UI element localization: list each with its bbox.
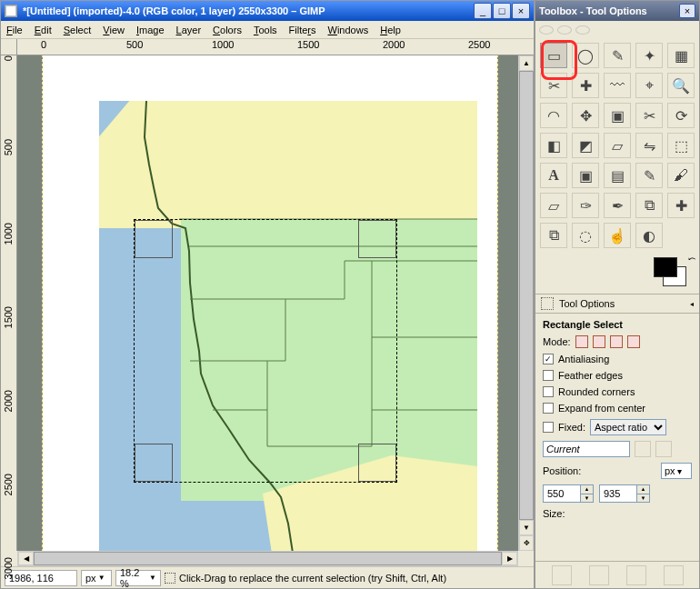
unit-dropdown[interactable]: px▼: [81, 570, 112, 586]
scroll-up-icon[interactable]: ▲: [519, 55, 534, 71]
menu-edit[interactable]: Edit: [35, 25, 52, 35]
blur-tool[interactable]: ◌: [572, 223, 599, 248]
cursor-position: 1986, 116: [5, 570, 77, 586]
zoom-dropdown[interactable]: 18.2 %▼: [115, 570, 161, 586]
scroll-down-icon[interactable]: ▼: [519, 520, 534, 535]
text-tool[interactable]: A: [540, 163, 567, 188]
rotate-tool[interactable]: ⟳: [667, 103, 695, 128]
close-button[interactable]: ×: [512, 3, 530, 19]
tab-menu-icon[interactable]: ◂: [690, 300, 694, 308]
restore-options-button[interactable]: [589, 565, 609, 585]
rect-select-tool[interactable]: ▭: [540, 43, 567, 68]
perspective-tool[interactable]: ▱: [604, 133, 631, 158]
swap-colors-icon[interactable]: ⤺: [688, 254, 695, 264]
image-canvas[interactable]: [43, 55, 497, 551]
ellipse-select-tool[interactable]: ◯: [572, 43, 599, 68]
menu-filters[interactable]: Filters: [289, 25, 316, 35]
foreground-color-swatch[interactable]: [654, 257, 677, 277]
color-picker-tool[interactable]: ⌖: [635, 73, 663, 98]
selection-handle-tr[interactable]: [358, 220, 396, 258]
menu-windows[interactable]: Windows: [328, 25, 369, 35]
mode-intersect-button[interactable]: [627, 335, 640, 348]
fixed-checkbox[interactable]: [543, 422, 554, 433]
clone-tool[interactable]: ⧉: [635, 193, 663, 218]
antialias-checkbox[interactable]: [543, 354, 554, 364]
zoom-tool[interactable]: 🔍: [667, 73, 695, 98]
toolbox-titlebar[interactable]: Toolbox - Tool Options ×: [535, 1, 699, 21]
nav-icon[interactable]: ✥: [519, 535, 534, 551]
horizontal-ruler[interactable]: 0 500 1000 1500 2000 2500: [1, 39, 534, 55]
pencil-tool[interactable]: ✎: [635, 163, 663, 188]
minimize-button[interactable]: _: [474, 3, 492, 19]
selection-handle-br[interactable]: [358, 444, 396, 482]
window-titlebar[interactable]: *[Untitled] (imported)-4.0 (RGB color, 1…: [1, 1, 534, 21]
shear-tool[interactable]: ◩: [572, 133, 599, 158]
menu-view[interactable]: View: [103, 25, 125, 35]
cage-tool[interactable]: ⬚: [667, 133, 695, 158]
fuzzy-select-tool[interactable]: ✦: [635, 43, 663, 68]
menu-colors[interactable]: Colors: [213, 25, 242, 35]
position-x-input[interactable]: 550▲▼: [543, 484, 594, 503]
measure-tool[interactable]: ◠: [540, 103, 567, 128]
gimp-main-window: *[Untitled] (imported)-4.0 (RGB color, 1…: [0, 0, 535, 589]
perspective-clone-tool[interactable]: ⧉: [540, 223, 567, 248]
rounded-checkbox[interactable]: [543, 386, 554, 397]
tool-options-tab[interactable]: Tool Options ◂: [535, 294, 699, 314]
feather-checkbox[interactable]: [543, 370, 554, 381]
dodge-burn-tool[interactable]: ◐: [635, 223, 663, 248]
paintbrush-tool[interactable]: 🖌: [667, 163, 695, 188]
mode-subtract-button[interactable]: [610, 335, 623, 348]
save-options-button[interactable]: [552, 565, 572, 585]
delete-options-button[interactable]: [626, 565, 646, 585]
menu-file[interactable]: File: [6, 25, 23, 35]
rectangle-selection[interactable]: [134, 219, 397, 483]
menu-help[interactable]: Help: [380, 25, 401, 35]
move-tool[interactable]: ✥: [572, 103, 599, 128]
horizontal-scrollbar[interactable]: ◀ ▶: [17, 551, 518, 566]
eraser-tool[interactable]: ▱: [540, 193, 567, 218]
selection-handle-tl[interactable]: [135, 220, 173, 258]
menu-select[interactable]: Select: [64, 25, 92, 35]
free-select-tool[interactable]: ✎: [604, 43, 631, 68]
airbrush-tool[interactable]: ✑: [572, 193, 599, 218]
vertical-scrollbar[interactable]: ▲ ▼ ✥: [518, 55, 534, 551]
blend-tool[interactable]: ▤: [604, 163, 631, 188]
menu-tools[interactable]: Tools: [254, 25, 277, 35]
foreground-select-tool[interactable]: ✚: [572, 73, 599, 98]
position-y-input[interactable]: 935▲▼: [599, 484, 650, 503]
toolbox-close-button[interactable]: ×: [679, 4, 695, 18]
reset-options-button[interactable]: [664, 565, 684, 585]
menubar: File Edit Select View Image Layer Colors…: [1, 21, 534, 39]
ink-tool[interactable]: ✒: [604, 193, 631, 218]
mode-add-button[interactable]: [593, 335, 605, 348]
smudge-tool[interactable]: ☝: [604, 223, 631, 248]
fixed-dropdown[interactable]: Aspect ratio: [590, 419, 666, 435]
scale-tool[interactable]: ◧: [540, 133, 567, 158]
maximize-button[interactable]: □: [493, 3, 511, 19]
bucket-fill-tool[interactable]: ▣: [572, 163, 599, 188]
color-swatches[interactable]: ⤺: [535, 252, 699, 294]
selection-handle-bl[interactable]: [135, 444, 173, 482]
scroll-left-icon[interactable]: ◀: [18, 552, 34, 565]
scissors-tool[interactable]: ✂: [540, 73, 567, 98]
expand-center-checkbox[interactable]: [543, 403, 554, 414]
menu-layer[interactable]: Layer: [176, 25, 202, 35]
align-tool[interactable]: ▣: [604, 103, 631, 128]
mode-replace-button[interactable]: [575, 335, 588, 348]
heal-tool[interactable]: ✚: [667, 193, 695, 218]
vertical-ruler[interactable]: 0 500 1000 1500 2000 2500 3000: [1, 55, 17, 551]
tool-grid: ▭ ◯ ✎ ✦ ▦ ✂ ✚ 〰 ⌖ 🔍 ◠ ✥ ▣ ✂ ⟳ ◧ ◩ ▱ ⇋ ⬚ …: [535, 39, 699, 252]
scroll-right-icon[interactable]: ▶: [502, 552, 517, 565]
canvas[interactable]: [17, 55, 518, 551]
fixed-entry[interactable]: [543, 441, 630, 457]
tool-options-panel: Rectangle Select Mode: Antialiasing Feat…: [535, 314, 699, 561]
portrait-button[interactable]: [635, 441, 651, 457]
menu-image[interactable]: Image: [136, 25, 165, 35]
paths-tool[interactable]: 〰: [604, 73, 631, 98]
landscape-button[interactable]: [655, 441, 672, 457]
crop-tool[interactable]: ✂: [635, 103, 663, 128]
by-color-select-tool[interactable]: ▦: [667, 43, 695, 68]
toolbox-header: [535, 21, 699, 39]
position-unit-dropdown[interactable]: px ▾: [661, 463, 692, 479]
flip-tool[interactable]: ⇋: [635, 133, 663, 158]
